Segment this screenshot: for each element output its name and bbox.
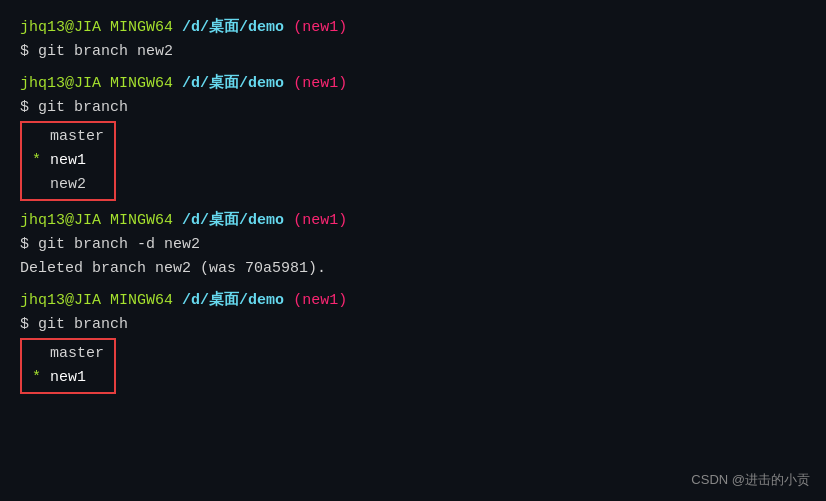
path-2: /d/桌面/demo <box>182 72 284 96</box>
prompt-line-3: jhq13@JIA MINGW64 /d/桌面/demo (new1) <box>20 209 806 233</box>
at-3: @ <box>65 209 74 233</box>
prompt-line-1: jhq13@JIA MINGW64 /d/桌面/demo (new1) <box>20 16 806 40</box>
terminal: jhq13@JIA MINGW64 /d/桌面/demo (new1) $ gi… <box>0 0 826 501</box>
path-4: /d/桌面/demo <box>182 289 284 313</box>
host-3: JIA MINGW64 <box>74 209 173 233</box>
output-block-2: master * new1 new2 <box>20 121 116 201</box>
branch-1: (new1) <box>293 16 347 40</box>
deleted-message: Deleted branch new2 (was 70a5981). <box>20 257 806 281</box>
output-block-4: master * new1 <box>20 338 116 394</box>
user-3: jhq13 <box>20 209 65 233</box>
prompt-line-4: jhq13@JIA MINGW64 /d/桌面/demo (new1) <box>20 289 806 313</box>
user-1: jhq13 <box>20 16 65 40</box>
asterisk-4: * <box>32 369 41 386</box>
output-line-2-2: * new1 <box>28 149 104 173</box>
output-line-4-1: master <box>28 342 104 366</box>
user-4: jhq13 <box>20 289 65 313</box>
section-1: jhq13@JIA MINGW64 /d/桌面/demo (new1) $ gi… <box>20 16 806 64</box>
asterisk-2: * <box>32 152 41 169</box>
output-line-4-2: * new1 <box>28 366 104 390</box>
user-2: jhq13 <box>20 72 65 96</box>
section-3: jhq13@JIA MINGW64 /d/桌面/demo (new1) $ gi… <box>20 209 806 281</box>
at-2: @ <box>65 72 74 96</box>
command-2: $ git branch <box>20 96 806 120</box>
host-2: JIA MINGW64 <box>74 72 173 96</box>
branch-2: (new1) <box>293 72 347 96</box>
prompt-line-2: jhq13@JIA MINGW64 /d/桌面/demo (new1) <box>20 72 806 96</box>
host-1: JIA MINGW64 <box>74 16 173 40</box>
section-2: jhq13@JIA MINGW64 /d/桌面/demo (new1) $ gi… <box>20 72 806 201</box>
branch-4: (new1) <box>293 289 347 313</box>
host-4: JIA MINGW64 <box>74 289 173 313</box>
path-1: /d/桌面/demo <box>182 16 284 40</box>
watermark: CSDN @进击的小贡 <box>691 470 810 491</box>
section-4: jhq13@JIA MINGW64 /d/桌面/demo (new1) $ gi… <box>20 289 806 394</box>
path-3: /d/桌面/demo <box>182 209 284 233</box>
at-4: @ <box>65 289 74 313</box>
command-3: $ git branch -d new2 <box>20 233 806 257</box>
output-line-2-1: master <box>28 125 104 149</box>
output-line-2-3: new2 <box>28 173 104 197</box>
command-1: $ git branch new2 <box>20 40 806 64</box>
command-4: $ git branch <box>20 313 806 337</box>
branch-3: (new1) <box>293 209 347 233</box>
at-1: @ <box>65 16 74 40</box>
